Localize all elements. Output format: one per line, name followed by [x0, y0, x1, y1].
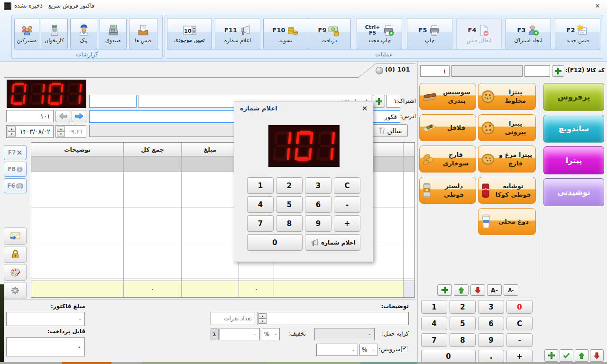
product-button[interactable]: پیتزا مخلوط	[478, 83, 536, 110]
category-pizza[interactable]: پیتزا	[543, 146, 604, 174]
column-header-descriptions[interactable]: توضیحات	[31, 143, 124, 156]
product-button[interactable]: دلستر قوطی	[419, 177, 476, 204]
numpad-key-0[interactable]: 0	[421, 350, 476, 363]
announce-number-button[interactable]: F11 اعلام شماره	[215, 18, 260, 49]
scroll-down-button[interactable]	[590, 349, 604, 362]
dialog-key-clear[interactable]: C	[334, 177, 360, 194]
move-down-button[interactable]	[470, 284, 485, 296]
dialog-key-8[interactable]: 8	[276, 215, 303, 232]
next-receipt-button[interactable]	[72, 110, 86, 122]
dialog-key-2[interactable]: 2	[276, 177, 303, 194]
dialog-key-7[interactable]: 7	[247, 215, 274, 232]
hall-button[interactable]: سالن	[373, 124, 408, 137]
time-spinner[interactable]: ▲▼	[57, 127, 65, 136]
dialog-announce-button[interactable]: اعلام شماره	[305, 234, 360, 251]
date-spinner[interactable]: ▲▼	[8, 127, 16, 136]
notes-spinner[interactable]: ▲▼	[258, 313, 267, 324]
settle-button[interactable]: F10 تسویه	[263, 18, 308, 49]
create-subscription-button[interactable]: F3 ایجاد اشتراک	[506, 18, 551, 49]
date-field[interactable]: ۱۴۰۳/۰۸/۰۲ ▲▼	[6, 125, 54, 138]
dialog-key-plus[interactable]: +	[334, 215, 360, 232]
numpad-key-clear[interactable]: C	[506, 317, 533, 330]
column-header-row-number[interactable]	[404, 143, 414, 156]
dialog-key-minus[interactable]: -	[334, 196, 360, 213]
numpad-key-9[interactable]: 9	[478, 333, 504, 347]
product-code-add-button[interactable]	[552, 65, 564, 77]
dialog-key-4[interactable]: 4	[247, 196, 274, 213]
column-header-total[interactable]: جمع کل	[124, 143, 182, 156]
numpad-key-3[interactable]: 3	[478, 300, 504, 314]
product-button[interactable]: نوشابه قوطی کوکا	[478, 177, 536, 204]
set-stock-button[interactable]: 10 تعیین موجودی	[167, 18, 212, 49]
numpad-key-7[interactable]: 7	[421, 333, 447, 347]
dialog-close-button[interactable]: ✕	[359, 103, 371, 114]
settings-button[interactable]	[4, 282, 27, 299]
product-button[interactable]: دوغ محلی	[478, 208, 536, 235]
people-count-input[interactable]	[211, 312, 255, 325]
product-button[interactable]: پیتزا مرغ و قارچ	[478, 146, 536, 173]
device-button[interactable]: F6	[4, 178, 27, 193]
numpad-key-dot[interactable]: .	[478, 350, 504, 363]
receipt-tab[interactable]: (0) 101	[385, 66, 410, 73]
font-decrease-button[interactable]: A-	[504, 284, 518, 296]
dialog-key-1[interactable]: 1	[247, 177, 274, 194]
numpad-key-minus[interactable]: -	[506, 333, 533, 347]
numpad-key-plus[interactable]: +	[506, 350, 533, 363]
move-up-button[interactable]	[454, 284, 469, 296]
sum-button[interactable]: Σ	[211, 328, 219, 340]
product-qty-input[interactable]	[420, 65, 450, 77]
dialog-key-3[interactable]: 3	[305, 177, 331, 194]
discount-percent-field[interactable]: % ۰	[262, 328, 280, 340]
product-code-input[interactable]	[524, 65, 550, 77]
product-button[interactable]: سوسیس بندری	[419, 83, 476, 110]
column-header-price[interactable]: مبلغ	[182, 143, 239, 156]
service-amount-field[interactable]	[316, 344, 358, 356]
confirm-add-button[interactable]	[544, 349, 558, 362]
category-best-sellers[interactable]: پرفروش	[543, 83, 604, 111]
service-checkbox[interactable]	[401, 346, 407, 352]
subscribers-button[interactable]: مشترکین	[14, 18, 39, 49]
dialog-key-9[interactable]: 9	[305, 215, 331, 232]
cashbox-button[interactable]: صندوق	[100, 18, 127, 49]
numpad-key-5[interactable]: 5	[450, 317, 476, 330]
service-percent-field[interactable]: % ۰	[359, 344, 377, 356]
card-reader-button[interactable]: کارتخوان	[41, 18, 68, 49]
previous-receipt-button[interactable]	[55, 110, 70, 122]
dialog-key-6[interactable]: 6	[305, 196, 331, 213]
add-subscription-button[interactable]	[373, 95, 385, 108]
dialog-key-5[interactable]: 5	[276, 196, 303, 213]
apply-button[interactable]	[560, 349, 573, 362]
add-row-button[interactable]	[437, 284, 452, 296]
numpad-key-2[interactable]: 2	[450, 300, 476, 314]
numpad-key-8[interactable]: 8	[450, 333, 476, 347]
delete-row-button[interactable]: F7	[4, 145, 27, 160]
numpad-key-4[interactable]: 4	[421, 317, 447, 330]
lock-button[interactable]	[4, 246, 27, 263]
font-increase-button[interactable]: A-	[487, 284, 502, 296]
scroll-up-button[interactable]	[575, 349, 589, 362]
receipt-number-input[interactable]	[6, 110, 54, 122]
window-close-button[interactable]: ✕	[591, 1, 604, 11]
palette-button[interactable]	[4, 264, 27, 281]
numpad-key-6[interactable]: 6	[478, 317, 504, 330]
product-button[interactable]: فلافل	[419, 114, 476, 141]
courier-button[interactable]: پیک	[70, 18, 97, 49]
receipts-button[interactable]: فیش ها	[129, 18, 157, 49]
discount-amount-field[interactable]	[220, 328, 260, 340]
notes-field[interactable]: ▲▼	[257, 312, 409, 325]
numpad-key-1[interactable]: 1	[421, 300, 447, 314]
email-button[interactable]	[4, 228, 27, 245]
time-field[interactable]: ۰۹:۲۱ ▲▼	[55, 125, 86, 138]
receive-button[interactable]: F9 دریافت	[307, 18, 351, 49]
print-button[interactable]: F5 چاپ	[407, 18, 452, 49]
search-input[interactable]	[89, 95, 137, 108]
numpad-key-0-red[interactable]: 0	[506, 300, 533, 314]
product-button[interactable]: پیتزا پپرونی	[478, 114, 536, 141]
category-sandwich[interactable]: ساندویچ	[543, 115, 604, 143]
new-receipt-button[interactable]: F2 فیش جدید	[555, 18, 600, 49]
category-drinks[interactable]: نوشیدنی	[543, 178, 604, 206]
dialog-key-0[interactable]: 0	[247, 234, 303, 251]
product-button[interactable]: قارچ سوخاری	[419, 146, 476, 173]
reprint-button[interactable]: Ctrl+ F5 چاپ مجدد	[357, 18, 402, 49]
info-button[interactable]: F8	[4, 162, 27, 177]
